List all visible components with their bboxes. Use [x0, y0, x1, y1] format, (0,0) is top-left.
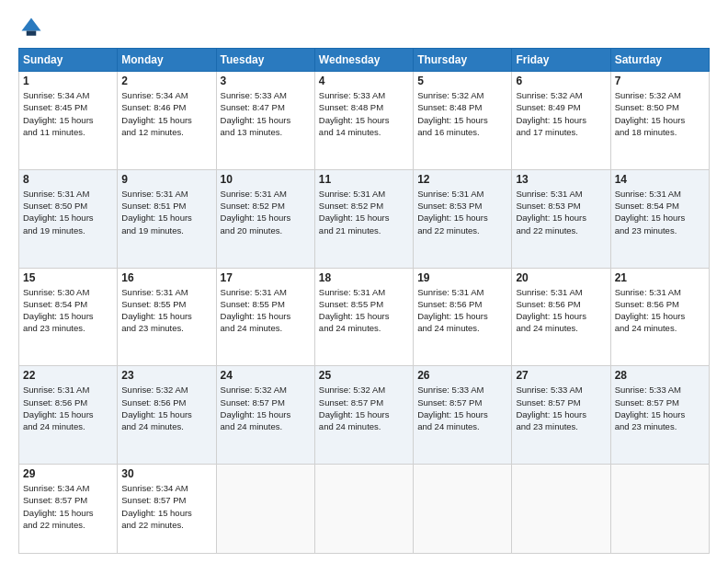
day-info-line: Daylight: 15 hours [319, 114, 409, 126]
calendar-cell: 20Sunrise: 5:31 AMSunset: 8:56 PMDayligh… [512, 268, 610, 366]
col-header-monday: Monday [118, 49, 216, 72]
day-info-line: and 23 minutes. [615, 420, 705, 432]
calendar-cell: 8Sunrise: 5:31 AMSunset: 8:50 PMDaylight… [19, 169, 118, 268]
day-info-line: Sunrise: 5:31 AM [615, 188, 705, 200]
day-info-line: Daylight: 15 hours [319, 310, 409, 322]
day-info-line: Sunrise: 5:31 AM [23, 384, 113, 396]
calendar-cell: 6Sunrise: 5:32 AMSunset: 8:49 PMDaylight… [512, 72, 610, 170]
calendar-cell: 7Sunrise: 5:32 AMSunset: 8:50 PMDaylight… [610, 72, 709, 170]
day-info-line: Daylight: 15 hours [615, 408, 705, 420]
day-info-line: Sunset: 8:56 PM [23, 396, 113, 408]
day-info-line: and 24 minutes. [417, 322, 507, 334]
calendar-cell: 17Sunrise: 5:31 AMSunset: 8:55 PMDayligh… [216, 268, 314, 366]
day-info-line: Sunrise: 5:31 AM [417, 286, 507, 298]
day-info-line: and 18 minutes. [615, 126, 705, 138]
day-info-line: Sunset: 8:57 PM [23, 494, 113, 506]
day-info-line: Sunset: 8:57 PM [221, 396, 311, 408]
day-info-line: Sunset: 8:47 PM [221, 101, 311, 113]
col-header-wednesday: Wednesday [314, 49, 413, 72]
calendar-cell: 23Sunrise: 5:32 AMSunset: 8:56 PMDayligh… [118, 366, 216, 465]
day-info-line: Daylight: 15 hours [319, 212, 409, 224]
calendar-cell [610, 465, 709, 554]
day-number: 26 [417, 369, 507, 382]
day-info-line: Sunset: 8:57 PM [516, 396, 606, 408]
day-number: 2 [121, 75, 211, 87]
calendar-cell: 19Sunrise: 5:31 AMSunset: 8:56 PMDayligh… [414, 268, 512, 366]
calendar-cell: 1Sunrise: 5:34 AMSunset: 8:45 PMDaylight… [19, 72, 118, 170]
day-number: 21 [615, 271, 705, 284]
day-info-line: Daylight: 15 hours [121, 212, 211, 224]
day-info-line: and 23 minutes. [121, 322, 211, 334]
col-header-thursday: Thursday [414, 49, 512, 72]
day-info-line: Daylight: 15 hours [221, 114, 311, 126]
page: SundayMondayTuesdayWednesdayThursdayFrid… [0, 0, 728, 563]
calendar-cell: 14Sunrise: 5:31 AMSunset: 8:54 PMDayligh… [610, 169, 709, 268]
day-info-line: Daylight: 15 hours [516, 114, 606, 126]
calendar: SundayMondayTuesdayWednesdayThursdayFrid… [18, 48, 710, 554]
day-info-line: and 24 minutes. [121, 420, 211, 432]
day-number: 16 [121, 271, 211, 284]
svg-marker-0 [22, 18, 41, 31]
day-info-line: and 24 minutes. [319, 322, 409, 334]
svg-rect-1 [27, 31, 37, 36]
day-info-line: Daylight: 15 hours [417, 212, 507, 224]
day-info-line: Daylight: 15 hours [23, 114, 113, 126]
calendar-body: 1Sunrise: 5:34 AMSunset: 8:45 PMDaylight… [19, 72, 710, 554]
day-info-line: Sunset: 8:49 PM [516, 101, 606, 113]
day-info-line: Daylight: 15 hours [516, 212, 606, 224]
col-header-friday: Friday [512, 49, 610, 72]
logo [18, 15, 48, 40]
day-info-line: Sunrise: 5:31 AM [516, 286, 606, 298]
day-number: 28 [615, 369, 705, 382]
day-info-line: Sunset: 8:53 PM [417, 200, 507, 212]
day-info-line: and 20 minutes. [221, 224, 311, 236]
day-info-line: and 24 minutes. [319, 420, 409, 432]
day-number: 20 [516, 271, 606, 284]
day-info-line: Sunrise: 5:31 AM [417, 188, 507, 200]
day-info-line: Sunrise: 5:34 AM [121, 482, 211, 494]
day-info-line: Daylight: 15 hours [121, 408, 211, 420]
day-info-line: and 14 minutes. [319, 126, 409, 138]
day-info-line: Daylight: 15 hours [221, 408, 311, 420]
day-info-line: and 22 minutes. [417, 224, 507, 236]
calendar-cell: 2Sunrise: 5:34 AMSunset: 8:46 PMDaylight… [118, 72, 216, 170]
day-info-line: Sunset: 8:57 PM [319, 396, 409, 408]
day-number: 10 [221, 173, 311, 186]
day-info-line: Daylight: 15 hours [23, 507, 113, 519]
day-info-line: Sunrise: 5:32 AM [417, 89, 507, 101]
calendar-cell: 21Sunrise: 5:31 AMSunset: 8:56 PMDayligh… [610, 268, 709, 366]
calendar-cell: 30Sunrise: 5:34 AMSunset: 8:57 PMDayligh… [118, 465, 216, 554]
calendar-cell: 25Sunrise: 5:32 AMSunset: 8:57 PMDayligh… [314, 366, 413, 465]
day-info-line: and 24 minutes. [221, 322, 311, 334]
calendar-cell: 11Sunrise: 5:31 AMSunset: 8:52 PMDayligh… [314, 169, 413, 268]
calendar-cell: 29Sunrise: 5:34 AMSunset: 8:57 PMDayligh… [19, 465, 118, 554]
day-info-line: Sunset: 8:55 PM [121, 298, 211, 310]
day-info-line: and 24 minutes. [417, 420, 507, 432]
day-info-line: Sunrise: 5:31 AM [221, 188, 311, 200]
calendar-cell: 28Sunrise: 5:33 AMSunset: 8:57 PMDayligh… [610, 366, 709, 465]
day-number: 23 [121, 369, 211, 382]
day-info-line: and 23 minutes. [23, 322, 113, 334]
day-info-line: Sunset: 8:53 PM [516, 200, 606, 212]
day-number: 29 [23, 467, 113, 480]
calendar-cell: 10Sunrise: 5:31 AMSunset: 8:52 PMDayligh… [216, 169, 314, 268]
day-info-line: Daylight: 15 hours [516, 310, 606, 322]
day-info-line: Daylight: 15 hours [121, 310, 211, 322]
day-info-line: Sunset: 8:55 PM [221, 298, 311, 310]
day-number: 4 [319, 75, 409, 87]
day-info-line: Sunrise: 5:31 AM [319, 188, 409, 200]
day-info-line: and 17 minutes. [516, 126, 606, 138]
day-info-line: Sunset: 8:50 PM [615, 101, 705, 113]
day-number: 19 [417, 271, 507, 284]
day-number: 22 [23, 369, 113, 382]
day-number: 27 [516, 369, 606, 382]
day-number: 18 [319, 271, 409, 284]
day-number: 12 [417, 173, 507, 186]
day-info-line: Sunset: 8:46 PM [121, 101, 211, 113]
day-info-line: Sunrise: 5:31 AM [615, 286, 705, 298]
day-info-line: Sunrise: 5:32 AM [121, 384, 211, 396]
day-info-line: and 16 minutes. [417, 126, 507, 138]
day-info-line: and 21 minutes. [319, 224, 409, 236]
day-info-line: and 19 minutes. [23, 224, 113, 236]
calendar-cell: 16Sunrise: 5:31 AMSunset: 8:55 PMDayligh… [118, 268, 216, 366]
